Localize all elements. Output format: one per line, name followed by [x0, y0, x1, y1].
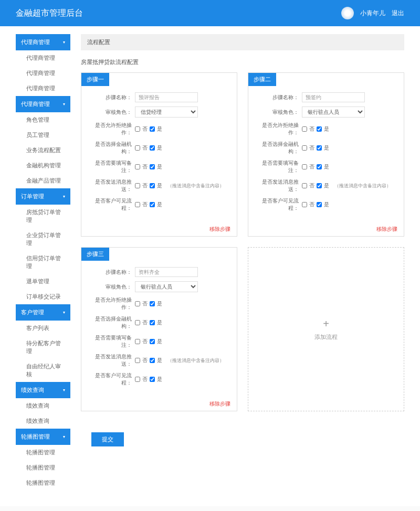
menu-item-1-0[interactable]: 角色管理 — [16, 112, 70, 127]
step2-org-no[interactable] — [135, 320, 140, 325]
label-stepname: 步骤名称： — [88, 269, 135, 276]
menu-item-3-2[interactable]: 自由经纪人审核 — [16, 359, 70, 382]
step1-reject-yes[interactable] — [317, 126, 322, 132]
files-section: themesfavicon.icoindex.html待分配客户管理.html订… — [0, 506, 420, 511]
sidebar: 代理商管理代理商管理代理商管理代理商管理代理商管理角色管理员工管理业务流程配置金… — [16, 34, 70, 491]
username-link[interactable]: 小青年儿 — [360, 9, 385, 18]
menu-item-5-2[interactable]: 轮播图管理 — [16, 475, 70, 491]
step2-org-yes[interactable] — [150, 320, 155, 325]
menu-item-0-0[interactable]: 代理商管理 — [16, 50, 70, 66]
step0-org-no[interactable] — [135, 145, 140, 151]
label-stepname: 步骤名称： — [88, 94, 135, 101]
remove-step-0[interactable]: 移除步骤 — [81, 222, 237, 236]
menu-item-5-1[interactable]: 轮播图管理 — [16, 460, 70, 475]
label-org: 是否选择金融机构： — [255, 141, 302, 155]
step2-push-yes[interactable] — [150, 358, 155, 363]
remove-step-1[interactable]: 移除步骤 — [248, 222, 404, 236]
app-title: 金融超市管理后台 — [16, 8, 83, 19]
step2-remark-yes[interactable] — [150, 339, 155, 344]
menu-item-1-4[interactable]: 金融产品管理 — [16, 173, 70, 188]
step0-role-select[interactable]: 信贷经理 — [135, 107, 198, 118]
step0-org-yes[interactable] — [150, 145, 155, 151]
plus-icon: + — [323, 318, 329, 330]
step-head-1: 步骤二 — [248, 73, 276, 86]
step2-visible-yes[interactable] — [150, 377, 155, 382]
step1-org-yes[interactable] — [317, 145, 322, 151]
label-role: 审核角色： — [255, 109, 302, 116]
step2-role-select[interactable]: 银行驻点人员 — [135, 281, 198, 292]
step0-remark-no[interactable] — [135, 164, 140, 169]
menu-header-3[interactable]: 客户管理 — [16, 304, 70, 321]
step-head-0: 步骤一 — [81, 73, 109, 86]
step2-reject-yes[interactable] — [150, 301, 155, 306]
page-subtitle: 房屋抵押贷款流程配置 — [81, 58, 404, 66]
menu-item-2-3[interactable]: 退单管理 — [16, 274, 70, 289]
label-stepname: 步骤名称： — [255, 94, 302, 101]
step1-visible-yes[interactable] — [317, 202, 322, 207]
menu-item-2-4[interactable]: 订单移交记录 — [16, 289, 70, 304]
label-reject: 是否允许拒绝操作： — [88, 122, 135, 136]
step0-reject-yes[interactable] — [150, 126, 155, 132]
label-visible: 是否客户可见流程： — [255, 197, 302, 212]
step2-push-no[interactable] — [135, 358, 140, 363]
step1-org-no[interactable] — [302, 145, 307, 151]
menu-item-0-1[interactable]: 代理商管理 — [16, 66, 70, 81]
label-org: 是否选择金融机构： — [88, 141, 135, 155]
step0-name-input[interactable] — [135, 92, 198, 102]
avatar[interactable] — [341, 7, 354, 19]
menu-item-1-2[interactable]: 业务流程配置 — [16, 143, 70, 158]
step0-push-yes[interactable] — [150, 183, 155, 188]
label-remark: 是否需要填写备注： — [88, 334, 135, 349]
step2-remark-no[interactable] — [135, 339, 140, 344]
submit-button[interactable]: 提交 — [91, 432, 124, 446]
label-push: 是否发送消息推送： — [88, 353, 135, 368]
step2-name-input[interactable] — [135, 267, 198, 277]
step1-remark-no[interactable] — [302, 164, 307, 169]
step0-remark-yes[interactable] — [150, 164, 155, 169]
step-card-1: 步骤二 步骤名称： 审核角色：银行驻点人员 是否允许拒绝操作： 否 是是否选择金… — [248, 72, 404, 237]
step0-visible-no[interactable] — [135, 202, 140, 207]
step2-visible-no[interactable] — [135, 377, 140, 382]
menu-item-4-0[interactable]: 绩效查询 — [16, 398, 70, 413]
menu-item-5-0[interactable]: 轮播图管理 — [16, 445, 70, 460]
label-remark: 是否需要填写备注： — [88, 159, 135, 174]
step0-push-no[interactable] — [135, 183, 140, 188]
menu-item-3-0[interactable]: 客户列表 — [16, 321, 70, 336]
menu-item-4-1[interactable]: 绩效查询 — [16, 413, 70, 429]
menu-header-4[interactable]: 绩效查询 — [16, 382, 70, 398]
label-visible: 是否客户可见流程： — [88, 197, 135, 212]
push-hint: （推送消息中含备注内容） — [334, 183, 391, 189]
menu-header-0[interactable]: 代理商管理 — [16, 34, 70, 50]
step0-visible-yes[interactable] — [150, 202, 155, 207]
label-org: 是否选择金融机构： — [88, 315, 135, 330]
step1-push-yes[interactable] — [317, 183, 322, 188]
menu-item-1-1[interactable]: 员工管理 — [16, 127, 70, 143]
step2-reject-no[interactable] — [135, 301, 140, 306]
step1-remark-yes[interactable] — [317, 164, 322, 169]
add-step-card[interactable]: +添加流程 — [248, 247, 404, 411]
step-card-0: 步骤一 步骤名称： 审核角色：信贷经理 是否允许拒绝操作： 否 是是否选择金融机… — [81, 72, 237, 237]
label-reject: 是否允许拒绝操作： — [88, 296, 135, 311]
label-role: 审核角色： — [88, 283, 135, 291]
logout-link[interactable]: 退出 — [392, 9, 404, 18]
label-visible: 是否客户可见流程： — [88, 372, 135, 387]
content: 流程配置 房屋抵押贷款流程配置 步骤一 步骤名称： 审核角色：信贷经理 是否允许… — [81, 34, 404, 491]
menu-item-2-0[interactable]: 房抵贷订单管理 — [16, 205, 70, 228]
menu-header-2[interactable]: 订单管理 — [16, 188, 70, 205]
step1-role-select[interactable]: 银行驻点人员 — [302, 107, 365, 118]
menu-header-1[interactable]: 代理商管理 — [16, 96, 70, 112]
header-user: 小青年儿 退出 — [341, 7, 404, 19]
menu-item-1-3[interactable]: 金融机构管理 — [16, 158, 70, 173]
menu-item-0-2[interactable]: 代理商管理 — [16, 81, 70, 96]
step1-name-input[interactable] — [302, 92, 365, 102]
step1-visible-no[interactable] — [302, 202, 307, 207]
menu-item-2-1[interactable]: 企业贷订单管理 — [16, 228, 70, 251]
menu-item-3-1[interactable]: 待分配客户管理 — [16, 336, 70, 359]
menu-item-2-2[interactable]: 信用贷订单管理 — [16, 251, 70, 274]
step1-push-no[interactable] — [302, 183, 307, 188]
remove-step-2[interactable]: 移除步骤 — [81, 397, 237, 411]
step1-reject-no[interactable] — [302, 126, 307, 132]
push-hint: （推送消息中含备注内容） — [167, 183, 224, 189]
step0-reject-no[interactable] — [135, 126, 140, 132]
menu-header-5[interactable]: 轮播图管理 — [16, 429, 70, 445]
